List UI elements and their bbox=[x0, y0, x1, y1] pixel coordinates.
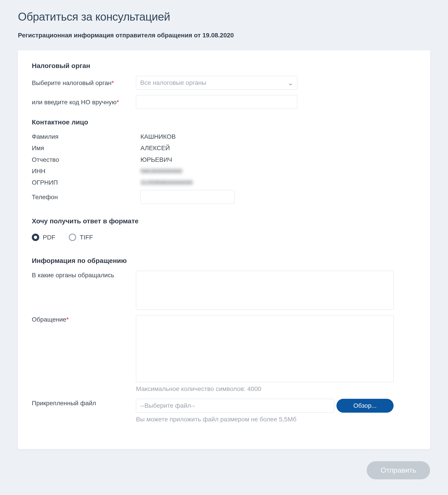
file-label: Прикрепленный файл bbox=[32, 399, 136, 408]
page-title: Обратиться за консультацией bbox=[18, 9, 430, 25]
surname-label: Фамилия bbox=[32, 132, 141, 141]
tax-authority-select[interactable]: Все налоговые органы bbox=[136, 76, 297, 90]
prev-orgs-label: В какие органы обращались bbox=[32, 271, 136, 279]
inn-value: 590300000000 bbox=[141, 167, 416, 176]
tax-select-label: Выберите налоговый орган* bbox=[32, 79, 136, 87]
char-limit-help: Максимальное количество символов: 4000 bbox=[136, 385, 416, 393]
form-card: Налоговый орган Выберите налоговый орган… bbox=[18, 50, 430, 449]
firstname-label: Имя bbox=[32, 144, 141, 152]
phone-input[interactable] bbox=[141, 190, 234, 204]
radio-tiff-label: TIFF bbox=[80, 233, 93, 242]
radio-pdf[interactable]: PDF bbox=[32, 233, 55, 242]
tax-manual-label: или введите код НО вручную* bbox=[32, 98, 136, 107]
ogrnip-value: 315595800000000 bbox=[141, 178, 416, 187]
patronymic-label: Отчество bbox=[32, 155, 141, 164]
request-body-textarea[interactable] bbox=[136, 315, 394, 382]
surname-value: КАШНИКОВ bbox=[141, 132, 416, 141]
request-body-label: Обращение* bbox=[32, 315, 136, 324]
patronymic-value: ЮРЬЕВИЧ bbox=[141, 155, 416, 164]
prev-orgs-textarea[interactable] bbox=[136, 271, 394, 310]
tax-authority-select-value: Все налоговые органы bbox=[140, 79, 206, 86]
radio-tiff[interactable]: TIFF bbox=[69, 233, 93, 242]
section-request: Информация по обращению bbox=[32, 256, 416, 265]
browse-button[interactable]: Обзор... bbox=[336, 399, 394, 413]
radio-icon-unselected bbox=[69, 234, 76, 241]
chevron-down-icon bbox=[288, 80, 293, 85]
file-display[interactable]: --Выберите файл-- bbox=[136, 399, 334, 413]
section-contact: Контактное лицо bbox=[32, 117, 416, 127]
firstname-value: АЛЕКСЕЙ bbox=[141, 144, 416, 152]
submit-button[interactable]: Отправить bbox=[367, 461, 430, 479]
tax-manual-input[interactable] bbox=[136, 95, 297, 109]
radio-icon-selected bbox=[32, 234, 39, 241]
inn-label: ИНН bbox=[32, 167, 141, 176]
file-size-help: Вы можете приложить файл размером не бол… bbox=[136, 415, 416, 424]
ogrnip-label: ОГРНИП bbox=[32, 178, 141, 187]
radio-pdf-label: PDF bbox=[43, 233, 55, 242]
section-format: Хочу получить ответ в формате bbox=[32, 216, 416, 226]
phone-label: Телефон bbox=[32, 193, 141, 201]
page-subtitle: Регистрационная информация отправителя о… bbox=[18, 31, 430, 40]
section-tax-authority: Налоговый орган bbox=[32, 61, 416, 70]
